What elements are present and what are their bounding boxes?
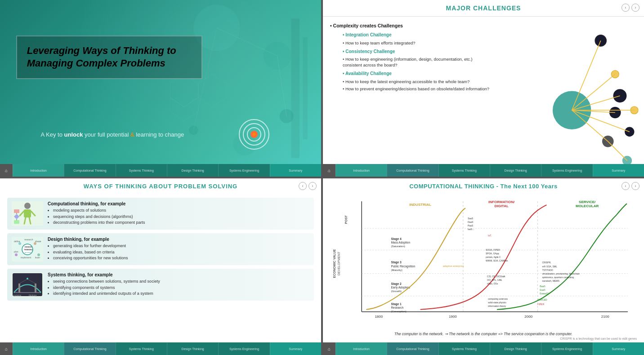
- svg-text:PaaS: PaaS: [468, 224, 474, 227]
- next-slide-button[interactable]: ›: [631, 4, 640, 12]
- svg-text:MOLECULAR: MOLECULAR: [576, 204, 599, 208]
- slide-1-title: Leveraging Ways of Thinking to Managing …: [0, 0, 321, 177]
- nav-tab-systems[interactable]: Systems Thinking: [116, 164, 167, 177]
- comp-bullet-3: deconstructing problems into their compo…: [53, 220, 145, 226]
- nav-tab-syseng[interactable]: Systems Engineering: [541, 164, 592, 177]
- svg-marker-8: [170, 74, 198, 106]
- slide2-title: MAJOR CHALLENGES: [327, 4, 640, 12]
- systems-thinking-image: systems thinking: [12, 272, 43, 297]
- svg-text:SaaS: SaaS: [468, 217, 474, 220]
- systems-thinking-text: Systems thinking, for example seeing con…: [48, 272, 160, 297]
- next-slide-button[interactable]: ›: [631, 182, 640, 190]
- prev-slide-button[interactable]: ‹: [622, 182, 630, 190]
- nav-home-icon[interactable]: ⌂: [0, 342, 13, 355]
- nav-tab-syseng[interactable]: Systems Engineering: [541, 342, 592, 355]
- slide2-nav-arrows: ‹ ›: [622, 4, 640, 12]
- nav-tab-design[interactable]: Design Thinking: [490, 342, 541, 355]
- nav-tab-introduction[interactable]: Introduction: [13, 164, 64, 177]
- svg-text:2000: 2000: [524, 315, 532, 319]
- svg-text:BaaS: BaaS: [540, 285, 546, 288]
- nav-tab-computational[interactable]: Computational Thinking: [64, 164, 115, 177]
- svg-text:(Conception): (Conception): [391, 310, 406, 313]
- svg-text:implement: implement: [21, 256, 31, 259]
- svg-text:IoT,: IoT,: [488, 234, 492, 237]
- svg-rect-64: [35, 284, 36, 293]
- slide2-diagram: [500, 17, 644, 165]
- nav-tab-syseng[interactable]: Systems Engineering: [218, 164, 269, 177]
- svg-text:computing sciences: computing sciences: [488, 297, 508, 300]
- thinking-card-design: define research ideate plan implement le…: [7, 233, 314, 265]
- svg-text:solid-state physics: solid-state physics: [488, 301, 506, 304]
- nav-home-icon[interactable]: ⌂: [0, 164, 13, 177]
- nav-tab-summary[interactable]: Summary: [270, 164, 321, 177]
- prev-slide-button[interactable]: ‹: [299, 182, 307, 190]
- prev-slide-button[interactable]: ‹: [622, 4, 630, 12]
- bullet-main-complexity: • Complexity creates Challenges: [330, 23, 403, 28]
- nav-tab-introduction[interactable]: Introduction: [13, 342, 64, 355]
- nav-tab-design[interactable]: Design Thinking: [490, 164, 541, 177]
- svg-rect-12: [303, 37, 307, 140]
- slide3-content: Computational thinking, for example mode…: [0, 194, 321, 304]
- slide1-subtitle: A Key to unlock your full potential & le…: [16, 131, 209, 138]
- svg-text:learn: learn: [35, 256, 40, 259]
- comp-bullet-1: modeling aspects of solutions: [53, 208, 145, 214]
- nav-tab-summary[interactable]: Summary: [593, 164, 644, 177]
- svg-text:Public Recognition: Public Recognition: [391, 265, 415, 268]
- svg-text:TST/TADO: TST/TADO: [542, 269, 553, 271]
- svg-point-59: [15, 253, 18, 256]
- svg-text:Research: Research: [391, 306, 403, 309]
- svg-text:OO, DPL, UML: OO, DPL, UML: [487, 279, 502, 281]
- svg-text:2100: 2100: [601, 315, 609, 319]
- slide4-footnote: CRISPR is a technology that can be used …: [330, 337, 637, 340]
- bullet-availability-detail1: • How to keep the latest engineering acc…: [343, 79, 470, 84]
- nav-tab-computational[interactable]: Computational Thinking: [64, 342, 115, 355]
- nav-tab-computational[interactable]: Computational Thinking: [387, 164, 438, 177]
- systems-thinking-title: Systems thinking, for example: [48, 272, 160, 277]
- nav-tab-syseng[interactable]: Systems Engineering: [218, 342, 269, 355]
- computational-chart-svg: ECONOMIC VALUE DEVELOPMENT POST Stage 1 …: [330, 196, 637, 331]
- nav-home-icon[interactable]: ⌂: [323, 164, 335, 177]
- nav-tab-systems[interactable]: Systems Thinking: [438, 164, 490, 177]
- svg-text:plan: plan: [14, 250, 18, 253]
- slide1-title: Leveraging Ways of Thinking to Managing …: [27, 44, 192, 70]
- svg-text:mFi SOA, SML: mFi SOA, SML: [542, 265, 557, 268]
- svg-text:IaaS...: IaaS...: [468, 228, 474, 231]
- svg-text:C/S, CE, DICEtalk: C/S, CE, DICEtalk: [487, 275, 505, 278]
- nav-tab-introduction[interactable]: Introduction: [335, 342, 387, 355]
- nav-tab-design[interactable]: Design Thinking: [167, 164, 218, 177]
- nav-tab-summary[interactable]: Summary: [593, 342, 644, 355]
- next-slide-button[interactable]: ›: [309, 182, 317, 190]
- slide2-nav-bar: ⌂ Introduction Computational Thinking Sy…: [323, 164, 644, 177]
- svg-text:portals, Agile C: portals, Agile C: [486, 256, 501, 258]
- svg-line-34: [608, 142, 627, 161]
- svg-text:WWW, SOA, CAMNet: WWW, SOA, CAMNet: [486, 259, 508, 262]
- svg-text:virtualization, provisioning, : virtualization, provisioning, blockchain: [542, 272, 580, 275]
- nav-tab-computational[interactable]: Computational Thinking: [387, 342, 438, 355]
- bullet-consistency-detail: • How to keep engineering (information, …: [343, 57, 473, 67]
- systems-bullet-2: identifying components of systems: [53, 285, 160, 291]
- svg-text:INDUSTRIAL: INDUSTRIAL: [409, 203, 431, 207]
- nav-tab-design[interactable]: Design Thinking: [167, 342, 218, 355]
- nav-tab-systems[interactable]: Systems Thinking: [438, 342, 490, 355]
- design-bullet-3: conceiving opportunities for new solutio…: [53, 255, 128, 262]
- design-thinking-image: define research ideate plan implement le…: [12, 237, 43, 262]
- svg-marker-10: [170, 98, 198, 121]
- bullet-integration: • Integration Challenge: [343, 32, 392, 37]
- svg-text:DaaS: DaaS: [468, 221, 474, 223]
- svg-text:Mass Adoption: Mass Adoption: [391, 241, 410, 244]
- nav-home-icon[interactable]: ⌂: [323, 342, 335, 355]
- nav-tab-summary[interactable]: Summary: [270, 342, 321, 355]
- svg-text:define: define: [14, 240, 20, 243]
- systems-bullet-1: seeing connections between solutions, sy…: [53, 279, 160, 285]
- nav-tab-systems[interactable]: Systems Thinking: [116, 342, 167, 355]
- bullet-consistency: • Consistency Challenge: [343, 49, 395, 54]
- nav-tab-introduction[interactable]: Introduction: [335, 164, 387, 177]
- slide3-nav-arrows: ‹ ›: [299, 182, 317, 190]
- svg-text:adaptive enterprise: adaptive enterprise: [443, 265, 464, 267]
- svg-line-40: [29, 217, 31, 224]
- slide1-target-icon: [238, 119, 270, 150]
- svg-text:chips, OSs: chips, OSs: [487, 282, 498, 285]
- bullet-availability: • Availability Challenge: [343, 71, 392, 76]
- slide4-title: COMPUTATIONAL THINKING - The Next 100 Ye…: [327, 183, 640, 190]
- slide4-caption: The computer is the network. ⇒ The netwo…: [330, 332, 637, 336]
